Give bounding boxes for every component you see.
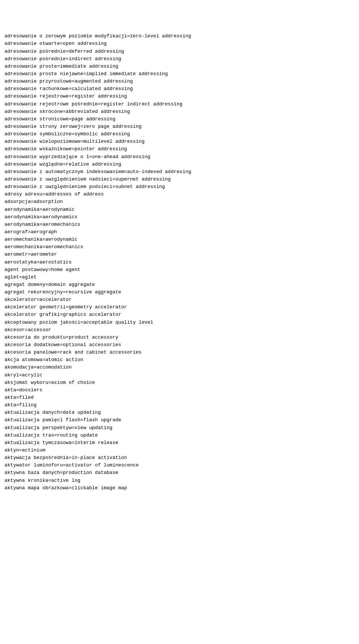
list-item: aktywna baza danych=production database (4, 469, 355, 477)
list-item: adresowanie proste niejawne=implied imme… (4, 70, 355, 78)
list-item: akcesoria panelowe=rack and cabinet acce… (4, 349, 355, 356)
list-item: akcelerator geometrii=geometry accelerat… (4, 303, 355, 311)
list-item: adresowanie otwarte=open addressing (4, 40, 355, 47)
list-item: aeromechanika=aerodynamic (4, 236, 355, 243)
list-item: aktualizacja perspektyw=view updating (4, 424, 355, 432)
list-item: aeromechanika=aeromechanics (4, 243, 355, 251)
list-item: aerometr=aerometer (4, 251, 355, 258)
list-item: adresowanie z automatycznym indeksowanie… (4, 168, 355, 176)
list-item: aktualizacja tras=routing update (4, 432, 355, 439)
list-item: akcesoria dodatkowe=optional accessories (4, 341, 355, 349)
list-item: akceptowany poziom jakości=acceptable qu… (4, 319, 355, 326)
list-item: aksjomat wyboru=axiom of choice (4, 379, 355, 386)
list-item: adresowanie przyrostowe=augmented addres… (4, 78, 355, 85)
list-item: akta=dossiers (4, 386, 355, 394)
list-item: adresy adresu=addresses of address (4, 191, 355, 198)
list-item: adresowanie stronicowe=page addressing (4, 115, 355, 123)
list-item: adresowanie skrócone=abbreviated address… (4, 108, 355, 115)
dictionary-content: adresowanie o zerowym poziomie modyfikac… (0, 0, 359, 502)
list-item: aerostatyka=aerostatics (4, 259, 355, 266)
list-item: adresowanie z uwzględnieniem nadsieci=su… (4, 176, 355, 183)
dictionary-lines: adresowanie o zerowym poziomie modyfikac… (4, 18, 355, 492)
list-item: aktualizacja danych=data updating (4, 409, 355, 416)
list-item: adresowanie pośrednie=deferred addressin… (4, 48, 355, 55)
list-item: akcja atomowa=atomic action (4, 356, 355, 364)
list-item: aglet=aglet (4, 274, 355, 281)
list-item: akryl=acrylic (4, 372, 355, 379)
list-item: akta=filed (4, 394, 355, 401)
list-item: adresowanie rejestrowe=register addressi… (4, 93, 355, 100)
list-item: adresowanie rachunkowe=calculated addres… (4, 85, 355, 93)
list-item: aktualizacja pamięci flash=flash upgrade (4, 416, 355, 424)
list-item: adresowanie o zerowym poziomie modyfikac… (4, 33, 355, 40)
list-item: adresowanie pośrednie=indirect adressing (4, 55, 355, 63)
list-item: aerodynamika=aerodynamics (4, 213, 355, 221)
list-item: adresowanie wyprzedzające o 1=one-ahead … (4, 153, 355, 161)
list-item: akomodacja=accomodation (4, 364, 355, 371)
list-item: aerograf=aerograph (4, 228, 355, 236)
list-item: agregat domeny=domain aggregate (4, 281, 355, 289)
list-item: aktywna kronika=active log (4, 477, 355, 484)
list-item: adsorpcja=adsorption (4, 198, 355, 206)
list-item: aktywator luminoforu=activator of lumine… (4, 462, 355, 469)
list-item: adresowanie względne=relative addressing (4, 161, 355, 168)
list-item: aktywacja bezpośrednia=in-place activati… (4, 454, 355, 462)
list-item: aerodynamika=aerodynamic (4, 206, 355, 213)
list-item: adresowanie strony zerowej=zero page add… (4, 123, 355, 130)
list-item: akcelerator=accelerator (4, 296, 355, 303)
list-item: akta=filing (4, 401, 355, 409)
list-item: aktualizacja tymczasowa=interim release (4, 439, 355, 447)
list-item: aerodynamika=aeromechanics (4, 221, 355, 228)
list-item: agregat rekurencyjny=recursive aggregate (4, 289, 355, 296)
list-item: adresowanie proste=immediate addressing (4, 63, 355, 70)
list-item: adresowanie wskaźnikowe=pointer addressi… (4, 145, 355, 153)
list-item: aktyn=actinium (4, 447, 355, 454)
list-item: agent postawowy=home agent (4, 266, 355, 274)
list-item: akcesoria do produktu=product accessory (4, 334, 355, 341)
list-item: akcelerator grafiki=graphics accelerator (4, 311, 355, 318)
list-item: adresowanie rejestrowe pośrednie=registe… (4, 101, 355, 108)
list-item: adresowanie wielopoziomowe=multilevel ad… (4, 138, 355, 145)
list-item: adresowanie z uwzględnieniem podsieci=su… (4, 183, 355, 191)
list-item: akcesor=accessor (4, 326, 355, 334)
list-item: adresowanie symboliczne=symbolic address… (4, 130, 355, 138)
list-item: aktywna mapa obrazkowa=clickable image m… (4, 484, 355, 492)
